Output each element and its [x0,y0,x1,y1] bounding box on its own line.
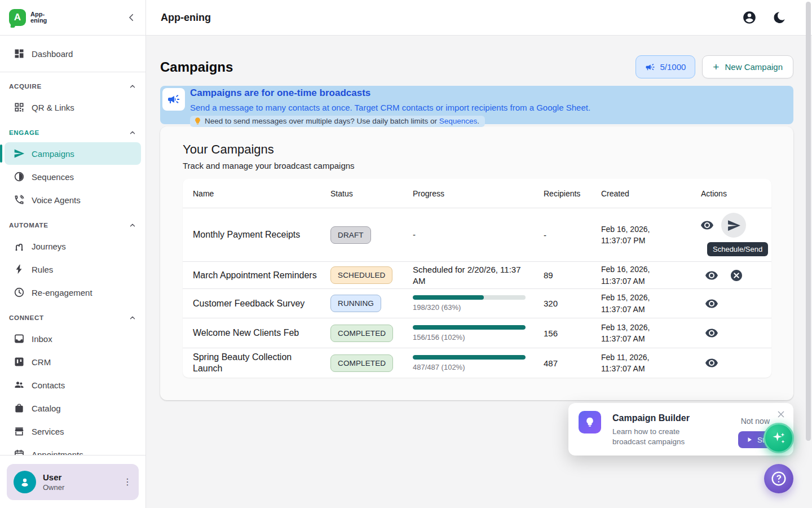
progress-label: 487/487 (102%) [413,363,533,371]
tip-period: . [477,117,479,125]
sidebar-item-appointments[interactable]: Appointments [5,443,141,455]
tip-text: Need to send messages over multiple days… [205,117,437,125]
progress-fill [413,355,526,360]
table-row: Monthly Payment Receipts DRAFT - - Feb 1… [183,208,771,261]
created-time: 11:37:07 AM [601,275,691,287]
quota-value: 5/1000 [660,62,686,72]
people-icon [14,379,25,391]
sidebar-section-connect[interactable]: CONNECT [9,313,136,322]
campaign-recipients: 320 [544,299,601,308]
eye-icon [705,356,718,370]
chevron-up-icon [129,221,136,229]
sidebar-item-sequences[interactable]: Sequences [5,165,141,188]
sidebar-item-qr-links[interactable]: QR & Links [5,96,141,119]
progress-bar [413,355,526,360]
table-header-row: Name Status Progress Recipients Created … [183,179,771,208]
phone-waves-icon [14,194,25,205]
campaign-name: Spring Beauty Collection Launch [193,352,330,374]
campaign-actions [701,352,771,374]
progress-bar [413,295,526,300]
sidebar-item-campaigns[interactable]: Campaigns [5,142,141,165]
popup-title: Campaign Builder [612,413,690,423]
megaphone-icon [645,62,655,72]
campaign-status-cell: COMPLETED [330,354,413,372]
qr-code-icon [14,102,25,113]
sidebar-item-contacts[interactable]: Contacts [5,374,141,396]
sidebar-item-label: Dashboard [32,49,73,59]
view-button[interactable] [696,214,718,236]
new-campaign-label: New Campaign [725,62,783,72]
campaigns-table: Name Status Progress Recipients Created … [183,179,771,378]
sidebar-item-services[interactable]: Services [5,420,141,443]
view-button[interactable] [701,352,722,374]
user-name: User [43,472,64,482]
sidebar-item-label: QR & Links [32,103,74,112]
eye-icon [700,218,714,232]
account-circle-icon [742,10,757,25]
schedule-send-button[interactable] [721,213,746,238]
sidebar-item-catalog[interactable]: Catalog [5,397,141,419]
sidebar-item-crm[interactable]: CRM [5,351,141,373]
cancel-button[interactable] [726,265,747,286]
sidebar-section-acquire[interactable]: ACQUIRE [9,82,136,90]
banner-body: Campaigns are for one-time broadcasts Se… [190,87,590,124]
sidebar-item-label: Journeys [32,242,66,251]
status-badge: DRAFT [330,226,371,244]
progress-bar [413,325,526,330]
sidebar-item-inbox[interactable]: Inbox [5,327,141,350]
sequences-link[interactable]: Sequences [439,117,478,125]
sidebar-collapse-button[interactable] [126,12,136,23]
view-button[interactable] [701,265,722,286]
chevron-left-icon [126,12,136,23]
new-campaign-button[interactable]: + New Campaign [702,55,793,78]
sidebar-item-voice-agents[interactable]: Voice Agents [5,189,141,211]
view-button[interactable] [701,322,722,344]
created-time: 11:37:07 AM [601,363,691,374]
scrollbar-thumb[interactable] [806,2,811,441]
not-now-button[interactable]: Not now [741,417,770,426]
ai-assistant-fab[interactable] [764,423,794,453]
sidebar-nav: Dashboard ACQUIRE QR & Links ENGAGE Camp… [0,36,145,455]
sidebar-logo-row: A App- ening [0,0,145,36]
send-icon [14,148,25,159]
cancel-icon [730,269,743,282]
close-popup-button[interactable] [774,408,788,421]
user-menu-button[interactable]: ⋮ [123,478,132,487]
sidebar-section-automate[interactable]: AUTOMATE [9,221,136,229]
page-content: Campaigns 5/1000 + New Campaign [146,55,812,400]
sidebar-item-rules[interactable]: Rules [5,258,141,281]
sidebar-item-label: Catalog [32,404,61,413]
sidebar-item-journeys[interactable]: Journeys [5,235,141,257]
created-time: 11:37:07 AM [601,304,691,315]
eye-icon [705,269,718,282]
scrollbar[interactable] [806,0,811,508]
campaign-recipients: 89 [544,270,601,280]
info-banner: Campaigns are for one-time broadcasts Se… [160,86,793,124]
sidebar-user-area: User Owner ⋮ [0,455,145,508]
dark-mode-toggle[interactable] [773,11,786,24]
account-button[interactable] [742,10,757,25]
help-fab[interactable] [764,464,793,493]
user-card[interactable]: User Owner ⋮ [7,464,139,500]
campaigns-card: Your Campaigns Track and manage your bro… [160,126,793,400]
created-date: Feb 13, 2026, [601,322,691,333]
sidebar-item-label: Sequences [32,172,74,182]
sidebar-section-engage[interactable]: ENGAGE [9,128,136,137]
popup-subtitle-line1: Learn how to create [612,427,690,437]
created-time: 11:37:07 PM [601,235,691,246]
sidebar-item-dashboard[interactable]: Dashboard [5,42,141,65]
sidebar-item-re-engagement[interactable]: Re-engagement [5,281,141,304]
view-button[interactable] [701,293,722,314]
dashboard-icon [14,48,25,59]
bag-icon [14,402,25,414]
banner-tip-text: Need to send messages over multiple days… [205,117,479,125]
campaign-recipients: 487 [544,358,601,368]
half-circle-icon [14,171,25,182]
bolt-icon [14,264,25,275]
storefront-icon [14,426,25,437]
created-date: Feb 16, 2026, [601,264,691,275]
campaign-created: Feb 13, 2026, 11:37:07 AM [601,322,701,345]
page-header-actions: 5/1000 + New Campaign [636,55,793,78]
sidebar-item-label: Rules [32,265,53,274]
campaign-quota-badge[interactable]: 5/1000 [636,55,695,78]
